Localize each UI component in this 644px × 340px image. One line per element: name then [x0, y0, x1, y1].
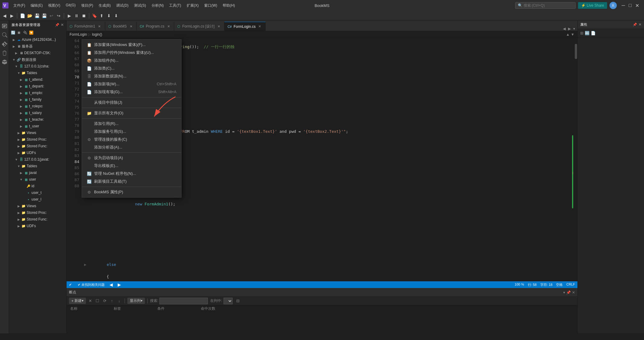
new-breakpoint-button[interactable]: + 新建▾: [69, 298, 86, 304]
toolbar-undo[interactable]: ↩: [48, 12, 55, 19]
column-select[interactable]: [224, 298, 233, 304]
tree-item-storedfunc1[interactable]: ▶ 📁 Stored Func:: [9, 143, 66, 149]
menu-add-class[interactable]: 📄 添加类(C)...: [82, 64, 181, 72]
close-button[interactable]: ✕: [635, 3, 639, 8]
minimize-button[interactable]: ─: [622, 3, 625, 8]
panel-pin[interactable]: 📌: [566, 290, 571, 295]
status-char[interactable]: 字符: 18: [540, 283, 552, 287]
tab-scroll-left[interactable]: ◀: [562, 27, 567, 31]
tree-item-tables2[interactable]: ▼ 📁 Tables: [9, 163, 66, 169]
tree-item-user-l[interactable]: ▪ user_l: [9, 196, 66, 203]
menu-refresh-toolbox[interactable]: 🔄 刷新项目工具箱(T): [82, 178, 181, 185]
tree-item-views1[interactable]: ▶ 📁 Views: [9, 129, 66, 136]
menu-build[interactable]: 生成(B): [96, 2, 113, 9]
tab-close-formlogin[interactable]: ✕: [257, 24, 262, 29]
tree-item-bookms[interactable]: ▶ ☁ Azure (641292434...): [9, 36, 66, 43]
scroll-thumb-v[interactable]: [575, 44, 577, 59]
tab-formlogin-design[interactable]: ⬡ FormLogin.cs [设计] ✕: [174, 22, 224, 31]
menu-window[interactable]: 窗口(W): [202, 2, 220, 9]
tree-item-t-user[interactable]: ▶ ▦ t_user: [9, 123, 66, 129]
tree-item-storedfunc2[interactable]: ▶ 📁 Stored Func:: [9, 216, 66, 223]
tab-scroll-right[interactable]: ▶: [567, 27, 572, 31]
tree-item-desktop[interactable]: ▶ 🖥 DESKTOP-C5K:: [9, 50, 66, 56]
live-share-button[interactable]: ⚡ Live Share: [578, 2, 607, 9]
menu-view[interactable]: 视图(V): [46, 2, 63, 9]
tab-list[interactable]: ▾: [572, 27, 576, 31]
move-up-btn[interactable]: ↑: [109, 298, 115, 304]
menu-export-template[interactable]: 导出模板(E)...: [82, 162, 181, 170]
breadcrumb-item-1[interactable]: FormLogin: [70, 32, 87, 37]
show-columns-btn[interactable]: 显示列▾: [127, 298, 145, 304]
tree-item-javat[interactable]: ▶ ▦ javat: [9, 169, 66, 176]
toolbar-pause[interactable]: ⏸: [73, 12, 80, 19]
menu-extensions[interactable]: 扩展(X): [184, 2, 201, 9]
menu-tools[interactable]: 工具(T): [167, 2, 183, 9]
tree-item-db1[interactable]: ▼ 🗄 127.0.0.1(csha:: [9, 63, 66, 70]
tree-item-t-rolepo[interactable]: ▶ ▦ t_rolepo:: [9, 103, 66, 110]
menu-add-reference[interactable]: 添加引用(R)...: [82, 120, 181, 128]
menu-add-service-ref[interactable]: 添加服务引用(S)...: [82, 128, 181, 136]
tree-item-views2[interactable]: ▶ 📁 Views: [9, 203, 66, 209]
toolbar-nav1[interactable]: ⬆: [98, 12, 105, 19]
tree-item-id[interactable]: 🔑 id: [9, 183, 66, 189]
menu-test[interactable]: 测试(S): [132, 2, 149, 9]
tab-formadmin1[interactable]: ⬡ FormAdmin1 ✕: [67, 22, 105, 31]
toolbar-back[interactable]: ◀: [1, 12, 8, 19]
status-row-col[interactable]: 行: 58: [528, 283, 537, 287]
menu-exclude[interactable]: 从项目中排除(J): [82, 99, 181, 106]
menu-file[interactable]: 文件(F): [11, 2, 28, 9]
toolbar-forward[interactable]: ▶: [8, 12, 15, 19]
tree-item-udfs2[interactable]: ▶ 📁 UDFs: [9, 223, 66, 229]
menu-add-datasource[interactable]: 🗄 添加新数据源(N)...: [82, 72, 181, 80]
refresh-breakpoint-btn[interactable]: ⟳: [102, 298, 108, 304]
user-avatar[interactable]: 天: [610, 2, 617, 9]
tab-close-formadmin1[interactable]: ✕: [97, 24, 102, 29]
status-zoom[interactable]: 100 %: [515, 283, 524, 287]
menu-git[interactable]: Git(G): [63, 2, 78, 9]
scrollbar-v[interactable]: [574, 38, 577, 281]
tree-item-user-t[interactable]: ▪ user_t: [9, 189, 66, 196]
activity-explorer[interactable]: [0, 22, 9, 30]
menu-add-component[interactable]: 📦 添加组件(N)...: [82, 57, 181, 64]
close-sidebar-icon[interactable]: ✕: [61, 23, 64, 27]
tab-program[interactable]: C# Program.cs ✕: [137, 22, 174, 31]
tree-item-t-family[interactable]: ▶ ▦ t_family: [9, 96, 66, 103]
sort-alpha-btn[interactable]: 🔤: [585, 31, 590, 35]
search-input-bp[interactable]: [159, 298, 208, 304]
tree-item-dataconn[interactable]: ▼ 🔗 数据连接: [9, 56, 66, 63]
activity-debug[interactable]: [0, 49, 9, 57]
breadcrumb-item-2[interactable]: login(): [92, 32, 102, 37]
toolbar-stop[interactable]: ⏹: [80, 12, 87, 19]
tree-item-t-depart[interactable]: ▶ ▦ t_departi:: [9, 83, 66, 90]
tree-item-t-salary[interactable]: ▶ ▦ t_salary: [9, 110, 66, 116]
tab-bookms[interactable]: ⬡ BookMS ✕: [105, 22, 137, 31]
tree-item-server[interactable]: ▶ 🖥 服务器: [9, 43, 66, 50]
breadcrumb-nav-up[interactable]: ▲: [566, 32, 570, 37]
sort-category-btn[interactable]: ⊞: [580, 31, 584, 35]
toolbar-new[interactable]: 📄: [19, 12, 26, 19]
search-box[interactable]: 🔍: [515, 2, 576, 9]
toolbar-save[interactable]: 💾: [34, 12, 40, 19]
panel-chevron-down[interactable]: ▾: [563, 290, 565, 295]
menu-add-new-item[interactable]: 📄 添加新项(W)... Ctrl+Shift+A: [82, 80, 181, 88]
sidebar-filter-btn[interactable]: 🔽: [28, 30, 34, 35]
sidebar-refresh-btn[interactable]: 🔄: [10, 30, 16, 35]
menu-manage-connected[interactable]: ⚙ 管理连接的服务(C): [82, 136, 181, 143]
sidebar-stop-btn[interactable]: ⏹: [16, 30, 22, 35]
menu-add-existing-item[interactable]: 📄 添加现有项(G)... Shift+Alt+A: [82, 88, 181, 96]
activity-search[interactable]: [0, 31, 9, 39]
maximize-button[interactable]: □: [629, 3, 632, 8]
status-nav-left[interactable]: ◀: [110, 282, 113, 287]
tab-close-formlogin-design[interactable]: ✕: [216, 24, 221, 29]
activity-git[interactable]: [0, 40, 9, 48]
right-panel-pin[interactable]: 📌: [633, 23, 637, 27]
status-nav-right[interactable]: ▶: [118, 282, 121, 287]
breadcrumb-nav-down[interactable]: ▼: [571, 32, 574, 37]
tree-item-db2[interactable]: ▼ 🗄 127.0.0.1(javat:: [9, 156, 66, 163]
activity-extensions[interactable]: [0, 58, 9, 67]
menu-set-startup[interactable]: ⚙ 设为启动项目(A): [82, 154, 181, 162]
menu-analyze[interactable]: 分析(N): [149, 2, 166, 9]
toolbar-bookmark[interactable]: 🔖: [91, 12, 98, 19]
toolbar-nav3[interactable]: ⬇: [113, 12, 119, 19]
menu-debug[interactable]: 调试(D): [114, 2, 131, 9]
